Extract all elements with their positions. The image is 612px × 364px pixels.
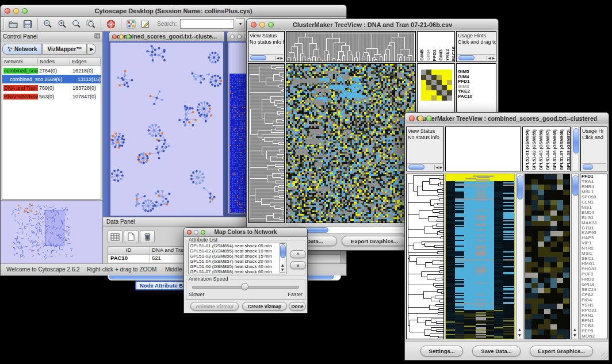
zoom-window-icon[interactable] (126, 35, 131, 39)
zoom-window-icon[interactable] (268, 22, 274, 28)
animate-vizmap-button[interactable]: Animate Vizmap (190, 302, 239, 311)
minimize-icon[interactable] (119, 35, 124, 39)
float-panel-icon[interactable] (94, 33, 100, 40)
export-graphics-button[interactable]: Export Graphics... (342, 236, 407, 246)
detail-vscrollbar[interactable]: ▲ ▼ (571, 174, 579, 339)
settings-button[interactable]: Settings... (420, 346, 463, 357)
scrollbar-thumb[interactable] (583, 164, 593, 170)
column-tree-area[interactable] (445, 127, 521, 171)
annotation-icon[interactable] (139, 18, 152, 30)
new-attribute-icon[interactable] (124, 230, 139, 243)
scroll-right-icon[interactable]: ▶ (439, 165, 442, 170)
network-window-title-bar[interactable]: combined_scores_good.txt--cluste... (109, 32, 224, 42)
network-view[interactable] (109, 41, 224, 217)
scroll-down-icon[interactable]: ▼ (573, 333, 576, 338)
help-ring-icon[interactable] (105, 18, 117, 30)
main-heatmap[interactable] (286, 63, 416, 223)
column-edges[interactable]: Edges (70, 59, 101, 64)
scroll-left-icon[interactable]: ◀ (277, 56, 280, 60)
network-row[interactable]: RNAPuberNov2+ 563(0) 107847(0) (2, 92, 101, 101)
zoom-selected-icon[interactable] (85, 18, 97, 30)
dialog-title-bar[interactable]: Map Colors to Network (184, 228, 307, 237)
open-folder-icon[interactable] (7, 18, 20, 30)
row-dendrogram[interactable] (248, 63, 285, 223)
row-dendrogram-canvas[interactable] (248, 64, 284, 223)
minimize-icon[interactable] (259, 22, 265, 28)
view-status-scrollbar[interactable]: ◀▶ (249, 54, 284, 61)
attribute-item[interactable]: GPL51-04 (GSM857) heat shock 20 min (189, 259, 286, 264)
network-row[interactable]: DNA and Tran 07 769(0) 183728(0) (2, 83, 101, 92)
zoom-fit-icon[interactable] (70, 18, 83, 30)
treeview2-title-bar[interactable]: ClusterMaker TreeView : combined_scores_… (405, 113, 609, 124)
move-down-button[interactable]: v (290, 261, 306, 269)
network-row-selected[interactable]: combined_sco 2569(6) 13112(15) (2, 75, 101, 83)
scroll-down-icon[interactable]: ▼ (518, 333, 521, 338)
detail-heatmap[interactable] (525, 174, 570, 339)
search-dropdown-button[interactable]: ▼ (236, 18, 245, 29)
scroll-left-icon[interactable]: ◀ (436, 165, 439, 170)
column-id[interactable]: ID (108, 247, 150, 254)
main-heatmap[interactable] (445, 174, 515, 339)
resize-grip[interactable] (601, 352, 608, 359)
column-labels-scrollbar[interactable] (572, 127, 579, 171)
scroll-left-icon[interactable]: ◀ (488, 56, 491, 60)
minimize-icon[interactable] (418, 116, 423, 121)
scroll-up-icon[interactable]: ▲ (518, 327, 521, 332)
network-view-window[interactable]: combined_scores_good.txt--cluste... (109, 32, 225, 217)
attribute-item[interactable]: GPL51-03 (GSM856) heat shock 15 min (189, 254, 286, 259)
slider-thumb[interactable] (241, 283, 248, 290)
export-graphics-button[interactable]: Export Graphics... (530, 346, 593, 357)
scrollbar-thumb[interactable] (572, 175, 579, 196)
row-dendrogram-canvas[interactable] (407, 174, 443, 339)
minimize-icon[interactable] (13, 8, 19, 14)
gene-label[interactable]: MON2 (580, 334, 607, 339)
attribute-list[interactable]: GPL51-01 (GSM854) heat shock 05 minGPL51… (188, 243, 287, 274)
detail-heatmap-canvas[interactable] (525, 174, 569, 339)
column-dendrogram-canvas[interactable] (286, 32, 415, 62)
heatmap-vscrollbar[interactable]: ▲ ▼ (516, 174, 523, 339)
minimize-icon[interactable] (194, 230, 198, 235)
scroll-down-icon[interactable]: ▼ (281, 267, 284, 272)
tab-overflow-button[interactable]: ▶ (87, 44, 96, 55)
scrollbar-thumb[interactable] (250, 55, 266, 60)
delete-attribute-icon[interactable] (140, 230, 155, 243)
table-mode-icon[interactable] (108, 230, 123, 243)
attribute-list-scrollbar[interactable]: ▲ ▼ (280, 243, 285, 273)
detail-matrix-canvas[interactable] (421, 70, 452, 101)
attribute-item[interactable]: GPL51-06 (GSM865) heat shock 40 min (189, 264, 286, 269)
column-dendrogram[interactable] (286, 31, 416, 62)
attribute-item[interactable]: GPL51-07 (GSM868) heat shock 60 min (189, 269, 286, 274)
scroll-up-icon[interactable]: ▲ (573, 327, 576, 332)
network-new-icon[interactable] (125, 18, 137, 30)
close-icon[interactable] (409, 116, 415, 121)
network-table-header[interactable]: Network Nodes Edges (2, 58, 101, 66)
save-data-button[interactable]: Save Data... (472, 346, 521, 357)
usage-hints-scrollbar[interactable] (582, 163, 606, 170)
scrollbar-thumb[interactable] (458, 55, 475, 60)
network-overview[interactable] (1, 200, 102, 264)
scrollbar-thumb[interactable] (408, 164, 424, 170)
network-row[interactable]: combined_scores 2764(0) 16218(0) (2, 66, 101, 75)
treeview1-title-bar[interactable]: ClusterMaker TreeView : DNA and Tran 07-… (247, 19, 498, 30)
zoom-window-icon[interactable] (201, 230, 205, 235)
zoom-out-icon[interactable] (41, 18, 54, 30)
usage-hints-scrollbar[interactable]: ◀▶ (457, 54, 495, 61)
tab-network[interactable]: Network (2, 44, 42, 55)
main-heatmap-canvas[interactable] (446, 174, 514, 339)
zoom-window-icon[interactable] (22, 8, 28, 14)
done-button[interactable]: Done (289, 302, 306, 311)
scroll-right-icon[interactable]: ▶ (492, 56, 495, 60)
scroll-up-icon[interactable]: ▲ (281, 263, 284, 267)
scroll-right-icon[interactable]: ▶ (280, 56, 283, 60)
scrollbar-thumb[interactable] (517, 175, 523, 200)
main-title-bar[interactable]: Cytoscape Desktop (Session Name: collins… (1, 5, 346, 17)
close-icon[interactable] (251, 22, 257, 28)
scrollbar-thumb[interactable] (280, 244, 286, 258)
column-nodes[interactable]: Nodes (38, 59, 70, 64)
move-up-button[interactable]: ^ (290, 250, 306, 258)
zoom-in-icon[interactable] (56, 18, 68, 30)
view-status-scrollbar[interactable]: ◀▶ (407, 163, 443, 170)
search-input[interactable] (180, 19, 234, 29)
main-heatmap-canvas[interactable] (286, 64, 415, 223)
close-icon[interactable] (230, 35, 235, 39)
